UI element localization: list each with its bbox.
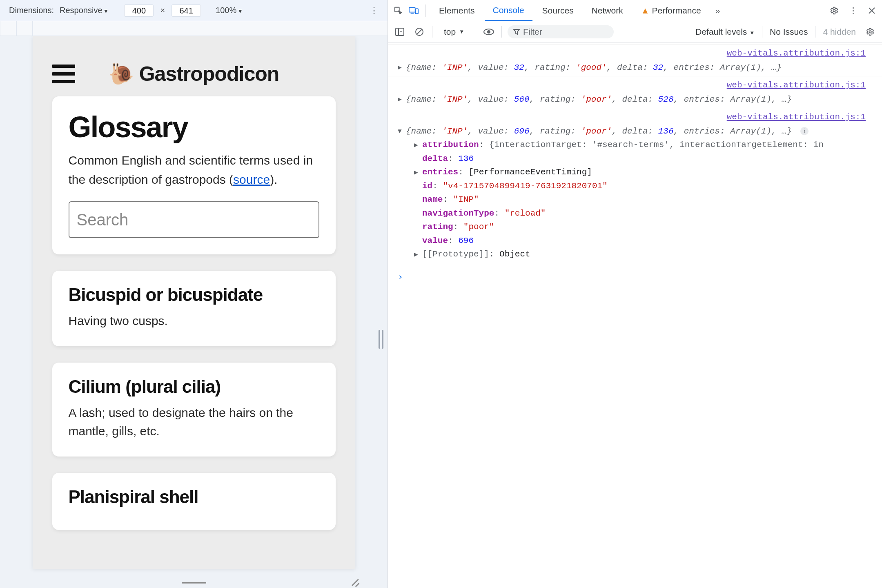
- entry-definition: Having two cusps.: [69, 312, 319, 330]
- settings-icon[interactable]: [827, 4, 841, 18]
- divider: [815, 26, 815, 38]
- object-property[interactable]: ▶[[Prototype]]: Object: [395, 247, 882, 261]
- more-options-icon[interactable]: ⋮: [846, 4, 860, 18]
- source-link[interactable]: web-vitals.attribution.js:1: [727, 80, 866, 90]
- object-property[interactable]: id: "v4-1715704899419-7631921820701": [395, 179, 882, 193]
- issues-link[interactable]: No Issues: [770, 27, 808, 37]
- entry-card: Bicuspid or bicuspidate Having two cusps…: [52, 271, 336, 346]
- svg-point-13: [869, 31, 871, 33]
- log-entry[interactable]: ▶ {name: 'INP', value: 560, rating: 'poo…: [388, 93, 882, 107]
- source-link[interactable]: web-vitals.attribution.js:1: [727, 112, 866, 122]
- svg-point-4: [833, 9, 835, 12]
- clear-console-icon[interactable]: [412, 25, 426, 39]
- entry-term: Cilium (plural cilia): [69, 376, 319, 397]
- tabs-overflow-icon[interactable]: »: [711, 4, 725, 18]
- entry-definition: A lash; used to designate the hairs on t…: [69, 403, 319, 440]
- snail-icon: 🐌: [109, 64, 134, 84]
- object-property[interactable]: name: "INP": [395, 193, 882, 207]
- emulated-viewport[interactable]: 🐌 Gastropodicon Glossary Common English …: [33, 36, 355, 569]
- console-filter-input[interactable]: Filter: [508, 25, 614, 38]
- inspect-element-icon[interactable]: [391, 4, 405, 18]
- brand-name: Gastropodicon: [139, 62, 279, 86]
- log-entry[interactable]: ▼ {name: 'INP', value: 696, rating: 'poo…: [388, 125, 882, 138]
- svg-rect-1: [409, 7, 415, 12]
- svg-rect-7: [396, 28, 404, 36]
- viewport-width-input[interactable]: 400: [124, 4, 154, 17]
- resize-handle-right[interactable]: [379, 330, 384, 349]
- log-entry[interactable]: ▶ {name: 'INP', value: 32, rating: 'good…: [388, 61, 882, 75]
- menu-icon[interactable]: [52, 65, 75, 83]
- device-options-menu[interactable]: ⋮: [366, 5, 382, 16]
- collapse-icon[interactable]: ▼: [398, 125, 406, 136]
- tab-network[interactable]: Network: [584, 0, 631, 21]
- source-link[interactable]: source: [233, 173, 270, 186]
- console-prompt[interactable]: ›: [388, 266, 882, 283]
- log-levels-select[interactable]: Default levels ▼: [695, 27, 755, 37]
- divider: [432, 26, 432, 38]
- live-expression-icon[interactable]: [482, 25, 496, 39]
- object-property[interactable]: navigationType: "reload": [395, 207, 882, 220]
- expand-icon[interactable]: ▶: [398, 61, 406, 73]
- viewport-height-input[interactable]: 641: [172, 4, 201, 17]
- entry-term: Bicuspid or bicuspidate: [69, 285, 319, 305]
- divider: [425, 4, 426, 17]
- divider: [762, 26, 762, 38]
- page-title: Glossary: [69, 110, 319, 144]
- svg-rect-3: [416, 9, 418, 13]
- brand: 🐌 Gastropodicon: [109, 62, 279, 86]
- console-settings-icon[interactable]: [863, 25, 877, 39]
- tab-sources[interactable]: Sources: [534, 0, 582, 21]
- svg-line-10: [417, 29, 422, 34]
- entry-card: Cilium (plural cilia) A lash; used to de…: [52, 363, 336, 457]
- close-devtools-icon[interactable]: [865, 4, 879, 18]
- resize-handle-bottom[interactable]: [180, 582, 208, 586]
- toggle-device-toolbar-icon[interactable]: [407, 4, 421, 18]
- hidden-count: 4 hidden: [823, 27, 856, 37]
- divider: [476, 26, 476, 38]
- ruler-bar: [0, 21, 388, 36]
- entry-card: Planispiral shell: [52, 473, 336, 530]
- dimensions-label: Dimensions:: [9, 6, 54, 15]
- object-property[interactable]: ▶entries: [PerformanceEventTiming]: [395, 165, 882, 179]
- object-property[interactable]: rating: "poor": [395, 220, 882, 234]
- zoom-select[interactable]: 100%▼: [216, 6, 243, 15]
- divider: [501, 26, 502, 38]
- resize-handle-corner[interactable]: [350, 576, 360, 586]
- source-link[interactable]: web-vitals.attribution.js:1: [727, 49, 866, 58]
- tab-console[interactable]: Console: [485, 0, 532, 21]
- glossary-card: Glossary Common English and scientific t…: [52, 96, 336, 254]
- glossary-intro: Common English and scientific terms used…: [69, 151, 319, 189]
- svg-point-12: [488, 31, 490, 33]
- warning-icon: ▲: [641, 6, 650, 16]
- object-property[interactable]: delta: 136: [395, 152, 882, 166]
- device-select[interactable]: Responsive▼: [60, 6, 109, 15]
- object-property[interactable]: ▶attribution: {interactionTarget: '#sear…: [395, 138, 882, 152]
- expand-icon[interactable]: ▶: [398, 93, 406, 105]
- toggle-console-sidebar-icon[interactable]: [393, 25, 407, 39]
- search-input[interactable]: [69, 201, 319, 238]
- tab-elements[interactable]: Elements: [431, 0, 483, 21]
- console-output[interactable]: web-vitals.attribution.js:1 ▶ {name: 'IN…: [388, 42, 882, 588]
- times-glyph: ×: [158, 6, 167, 15]
- object-property[interactable]: value: 696: [395, 234, 882, 248]
- info-icon[interactable]: i: [800, 127, 808, 135]
- tab-performance[interactable]: ▲Performance: [633, 0, 709, 21]
- entry-term: Planispiral shell: [69, 487, 319, 507]
- context-select[interactable]: top ▼: [438, 25, 470, 38]
